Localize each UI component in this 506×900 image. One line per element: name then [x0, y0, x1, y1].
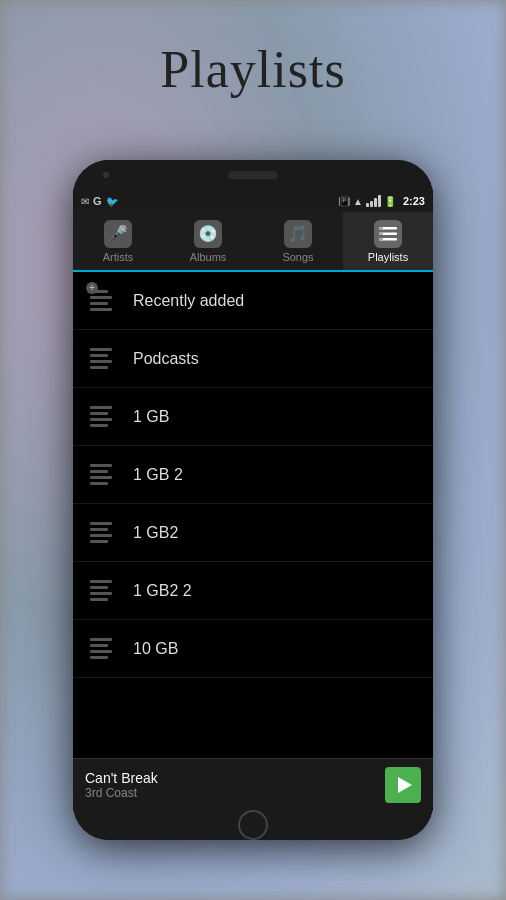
tab-songs-label: Songs [282, 251, 313, 263]
playlist-container: + Recently added [73, 272, 433, 810]
tab-albums-label: Albums [190, 251, 227, 263]
svg-rect-3 [379, 227, 383, 230]
now-playing-info: Can't Break 3rd Coast [85, 770, 385, 800]
now-playing-title: Can't Break [85, 770, 385, 786]
camera [103, 172, 109, 178]
tab-songs[interactable]: 🎵 Songs [253, 212, 343, 270]
vibrate-icon: 📳 [338, 196, 350, 207]
now-playing-bar: Can't Break 3rd Coast [73, 758, 433, 810]
status-bar: ✉ G 🐦 📳 ▲ 🔋 2:23 [73, 190, 433, 212]
battery-icon: 🔋 [384, 196, 396, 207]
phone-frame: ✉ G 🐦 📳 ▲ 🔋 2:23 🎤 Artists [73, 160, 433, 840]
playlist-name: 1 GB 2 [125, 466, 429, 484]
playlist-item[interactable]: 1 GB2 2 [73, 562, 433, 620]
tab-playlists[interactable]: Playlists [343, 212, 433, 270]
playlist-item[interactable]: 10 GB [73, 620, 433, 678]
play-triangle-icon [398, 777, 412, 793]
tab-playlists-label: Playlists [368, 251, 408, 263]
vinyl-icon: 💿 [194, 220, 222, 248]
tab-artists-label: Artists [103, 251, 134, 263]
playlist-item[interactable]: 1 GB [73, 388, 433, 446]
play-button[interactable] [385, 767, 421, 803]
list-icon [374, 220, 402, 248]
music-note-icon: 🎵 [284, 220, 312, 248]
status-time: 2:23 [403, 195, 425, 207]
playlist-list-icon [77, 504, 125, 562]
playlist-item[interactable]: Podcasts [73, 330, 433, 388]
playlist-list-icon [77, 620, 125, 678]
bird-icon: 🐦 [106, 196, 118, 207]
signal-icon [366, 195, 381, 207]
playlist-item[interactable]: 1 GB2 [73, 504, 433, 562]
tab-albums[interactable]: 💿 Albums [163, 212, 253, 270]
page-title: Playlists [0, 40, 506, 99]
now-playing-artist: 3rd Coast [85, 786, 385, 800]
status-icons-left: ✉ G 🐦 [81, 195, 118, 207]
playlist-name: 1 GB2 2 [125, 582, 429, 600]
playlist-name: 1 GB2 [125, 524, 429, 542]
phone-screen: ✉ G 🐦 📳 ▲ 🔋 2:23 🎤 Artists [73, 190, 433, 810]
gmail-icon: ✉ [81, 196, 89, 207]
playlist-list: + Recently added [73, 272, 433, 758]
speaker [228, 171, 278, 179]
playlist-item[interactable]: 1 GB 2 [73, 446, 433, 504]
playlist-name: 1 GB [125, 408, 429, 426]
playlist-add-icon: + [77, 272, 125, 330]
wifi-icon: ▲ [353, 196, 363, 207]
playlist-list-icon [77, 388, 125, 446]
plus-icon: + [86, 282, 98, 294]
nav-tabs: 🎤 Artists 💿 Albums 🎵 Songs [73, 212, 433, 272]
playlist-name: 10 GB [125, 640, 429, 658]
playlist-name: Podcasts [125, 350, 429, 368]
svg-rect-5 [379, 238, 383, 241]
playlist-list-icon [77, 562, 125, 620]
playlist-item[interactable]: + Recently added [73, 272, 433, 330]
playlist-list-icon [77, 330, 125, 388]
g-icon: G [93, 195, 102, 207]
tab-artists[interactable]: 🎤 Artists [73, 212, 163, 270]
status-icons-right: 📳 ▲ 🔋 2:23 [338, 195, 425, 207]
home-button[interactable] [238, 810, 268, 840]
mic-icon: 🎤 [104, 220, 132, 248]
phone-bottom [73, 810, 433, 840]
playlist-list-icon [77, 446, 125, 504]
phone-top [73, 160, 433, 190]
playlist-name: Recently added [125, 292, 429, 310]
svg-rect-4 [379, 232, 383, 235]
